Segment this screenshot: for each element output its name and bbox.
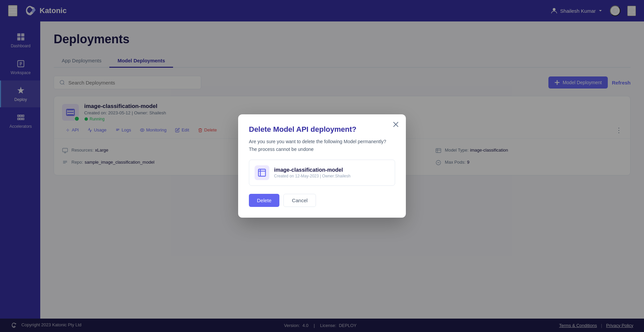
close-icon (393, 121, 399, 127)
modal-model-info: image-classification-model Created on 12… (249, 160, 395, 186)
modal-title: Delete Model API deployment? (249, 125, 395, 134)
modal-close-button[interactable] (391, 120, 400, 129)
svg-rect-19 (259, 169, 266, 176)
modal-model-details: image-classification-model Created on 12… (274, 167, 351, 178)
modal-model-name: image-classification-model (274, 167, 351, 173)
modal-description: Are you sure you want to delete the foll… (249, 138, 395, 153)
modal-deployment-icon (257, 168, 267, 177)
delete-modal: Delete Model API deployment? Are you sur… (238, 114, 406, 218)
modal-overlay[interactable]: Delete Model API deployment? Are you sur… (0, 0, 644, 332)
cancel-delete-button[interactable]: Cancel (283, 194, 316, 207)
confirm-delete-button[interactable]: Delete (249, 194, 279, 207)
modal-model-meta: Created on 12-May-2023 | Owner:Shailesh (274, 174, 351, 178)
modal-model-icon (255, 165, 269, 180)
modal-actions: Delete Cancel (249, 194, 395, 207)
